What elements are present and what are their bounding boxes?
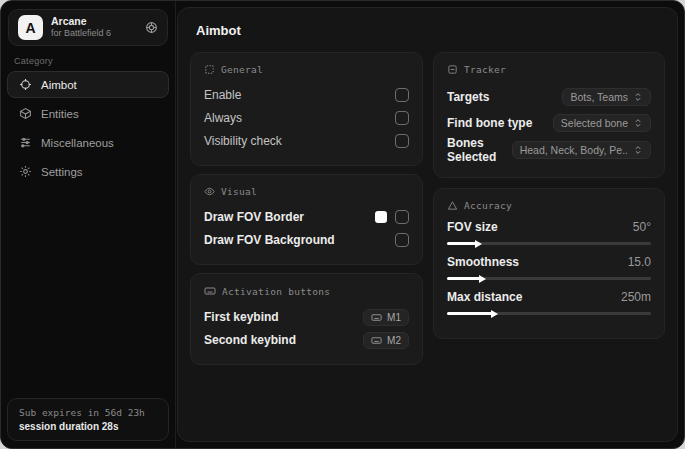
targets-dropdown[interactable]: Bots, Teams	[562, 88, 651, 106]
cube-icon	[19, 107, 32, 120]
setting-label: Draw FOV Background	[204, 233, 335, 247]
slider-label: FOV size	[447, 220, 498, 234]
activation-card-title: Activation buttons	[222, 286, 330, 297]
subscription-status-card: Sub expires in 56d 23h session duration …	[7, 398, 169, 441]
brand-card: A Arcane for Battlefield 6	[8, 9, 168, 46]
enable-checkbox[interactable]	[395, 88, 409, 102]
gear-icon	[19, 165, 32, 178]
chevrons-up-down-icon	[633, 118, 643, 128]
chevrons-up-down-icon	[633, 145, 643, 155]
sidebar-item-settings[interactable]: Settings	[7, 158, 169, 185]
sidebar-item-label: Settings	[41, 166, 83, 178]
setting-row: Always	[204, 107, 409, 129]
slider-value: 250m	[621, 290, 651, 304]
dropdown-value: Bots, Teams	[570, 91, 628, 103]
triangle-icon	[447, 200, 458, 211]
slider-thumb[interactable]	[491, 310, 498, 318]
keyboard-icon	[371, 335, 382, 346]
activation-card-header: Activation buttons	[204, 285, 409, 297]
general-card-header: General	[204, 64, 409, 75]
general-icon	[204, 64, 215, 75]
smoothness-slider[interactable]	[447, 277, 651, 280]
accuracy-card-title: Accuracy	[464, 200, 512, 211]
visual-card-header: Visual	[204, 186, 409, 197]
slider-group: Max distance 250m	[447, 290, 651, 315]
sidebar-item-aimbot[interactable]: Aimbot	[7, 71, 169, 98]
draw-fov-background-checkbox[interactable]	[395, 233, 409, 247]
max-distance-slider[interactable]	[447, 312, 651, 315]
keyboard-icon	[371, 312, 382, 323]
tracker-card: Tracker Targets Bots, Teams	[433, 52, 665, 178]
setting-label: First keybind	[204, 310, 279, 324]
draw-fov-border-checkbox[interactable]	[395, 210, 409, 224]
tracker-card-header: Tracker	[447, 64, 651, 75]
slider-value: 50°	[633, 220, 651, 234]
sidebar-item-entities[interactable]: Entities	[7, 100, 169, 127]
left-column: General Enable Always Visibility check	[190, 52, 423, 365]
slider-thumb[interactable]	[479, 275, 486, 283]
setting-row: Targets Bots, Teams	[447, 84, 651, 109]
setting-label: Find bone type	[447, 116, 532, 130]
setting-controls	[375, 210, 409, 224]
setting-label: Draw FOV Border	[204, 210, 304, 224]
app-window: A Arcane for Battlefield 6 Category	[0, 0, 685, 449]
sliders-icon	[19, 136, 32, 149]
dropdown-value: Selected bone	[561, 117, 628, 129]
accuracy-card: Accuracy FOV size 50°	[433, 188, 665, 339]
setting-row: Visibility check	[204, 130, 409, 152]
brand-name: Arcane	[51, 15, 111, 28]
setting-row: Draw FOV Background	[204, 229, 409, 251]
sidebar-item-label: Entities	[41, 108, 79, 120]
slider-value: 15.0	[628, 255, 651, 269]
content-columns: General Enable Always Visibility check	[190, 52, 665, 365]
keybind-value: M1	[387, 312, 401, 323]
right-column: Tracker Targets Bots, Teams	[433, 52, 665, 339]
setting-row: Bones Selected Head, Neck, Body, Pe..	[447, 136, 651, 164]
setting-row: Second keybind M2	[204, 329, 409, 351]
slider-label: Max distance	[447, 290, 522, 304]
setting-row: Enable	[204, 84, 409, 106]
tracker-card-title: Tracker	[464, 64, 506, 75]
brand-subtitle: for Battlefield 6	[51, 28, 111, 39]
general-card-title: General	[221, 64, 263, 75]
slider-group: FOV size 50°	[447, 220, 651, 245]
activation-card: Activation buttons First keybind M1	[190, 273, 423, 365]
session-duration-text: session duration 28s	[19, 421, 157, 432]
brand-logo: A	[18, 15, 43, 40]
sidebar: A Arcane for Battlefield 6 Category	[1, 1, 176, 448]
keyboard-icon	[204, 285, 216, 297]
eye-icon	[204, 186, 215, 197]
slider-thumb[interactable]	[475, 240, 482, 248]
lifebuoy-icon[interactable]	[145, 21, 158, 34]
general-card: General Enable Always Visibility check	[190, 52, 423, 166]
crosshair-icon	[19, 78, 32, 91]
dropdown-value: Head, Neck, Body, Pe..	[520, 144, 628, 156]
fov-border-color-swatch[interactable]	[375, 211, 387, 223]
sub-expiry-text: Sub expires in 56d 23h	[19, 407, 157, 418]
slider-label: Smoothness	[447, 255, 519, 269]
chevrons-up-down-icon	[633, 92, 643, 102]
visual-card-title: Visual	[221, 186, 257, 197]
setting-row: First keybind M1	[204, 306, 409, 328]
setting-label: Bones Selected	[447, 136, 512, 164]
sidebar-item-miscellaneous[interactable]: Miscellaneous	[7, 129, 169, 156]
bones-selected-dropdown[interactable]: Head, Neck, Body, Pe..	[512, 141, 651, 159]
always-checkbox[interactable]	[395, 111, 409, 125]
visibility-check-checkbox[interactable]	[395, 134, 409, 148]
first-keybind-button[interactable]: M1	[363, 309, 409, 326]
brand-text: Arcane for Battlefield 6	[51, 15, 111, 39]
setting-row: Draw FOV Border	[204, 206, 409, 228]
slider-group: Smoothness 15.0	[447, 255, 651, 280]
second-keybind-button[interactable]: M2	[363, 332, 409, 349]
page-title: Aimbot	[196, 23, 665, 38]
setting-label: Second keybind	[204, 333, 296, 347]
setting-label: Enable	[204, 88, 241, 102]
sidebar-nav: Aimbot Entities	[7, 71, 169, 187]
fov-size-slider[interactable]	[447, 242, 651, 245]
square-minus-icon	[447, 64, 458, 75]
category-label: Category	[14, 56, 53, 66]
visual-card: Visual Draw FOV Border Draw FOV Backgrou…	[190, 174, 423, 265]
keybind-value: M2	[387, 335, 401, 346]
find-bone-type-dropdown[interactable]: Selected bone	[553, 114, 651, 132]
setting-label: Always	[204, 111, 242, 125]
